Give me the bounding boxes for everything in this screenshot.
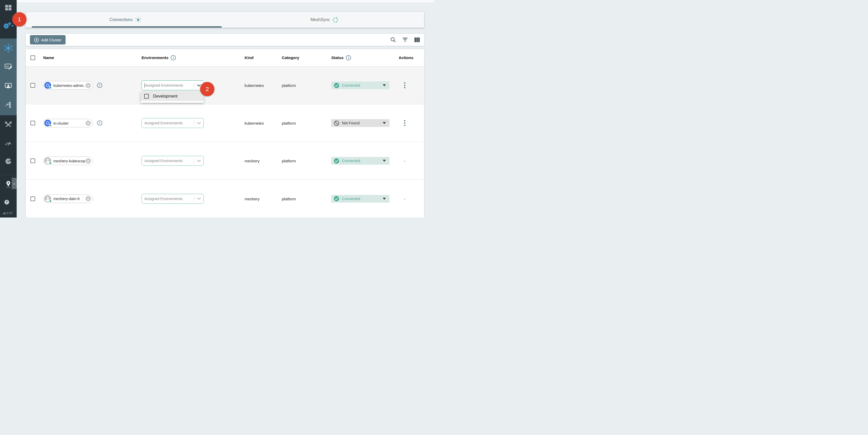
gear-icon: [3, 22, 14, 30]
check-circle-icon: [334, 196, 339, 201]
environments-select[interactable]: Assigned Environments: [142, 156, 204, 166]
connection-chip[interactable]: meshery-dain-6 ×: [43, 194, 93, 203]
svg-text:<>: <>: [6, 65, 9, 68]
filter-icon[interactable]: [402, 37, 408, 42]
row-checkbox[interactable]: [30, 121, 35, 125]
sidebar-item-workloads[interactable]: [0, 101, 17, 109]
status-label: Connected: [342, 197, 383, 201]
col-kind[interactable]: Kind: [245, 55, 253, 60]
sidebar-item-extensions[interactable]: [0, 157, 17, 165]
tab-meshsync-label: MeshSync: [310, 18, 330, 22]
option-label: Development: [153, 94, 178, 99]
kind-cell: kubernetes: [245, 121, 264, 125]
row-checkbox[interactable]: [30, 83, 35, 88]
dashboard-icon[interactable]: [0, 5, 17, 11]
environment-option-development[interactable]: Development: [141, 92, 204, 101]
tab-meshsync[interactable]: MeshSync: [225, 12, 424, 28]
environments-select[interactable]: Assigned Environments: [142, 81, 204, 90]
tab-connections-label: Connections: [110, 18, 133, 22]
connection-name: meshery-kubescop…: [51, 159, 86, 163]
actions-menu-icon[interactable]: [401, 82, 408, 90]
sidebar-item-toolbox[interactable]: [0, 121, 17, 128]
workloads-tree-icon: [4, 101, 12, 109]
connection-info-icon[interactable]: i: [97, 120, 102, 126]
select-all-checkbox[interactable]: [30, 55, 35, 60]
col-status[interactable]: Status i: [331, 55, 351, 60]
sidebar-divider: [0, 175, 17, 175]
main-content: Connections MeshSync: [17, 0, 434, 218]
tab-bar: Connections MeshSync: [26, 12, 424, 28]
environments-select[interactable]: Assigned Environments: [142, 194, 204, 204]
sidebar-item-performance[interactable]: [0, 140, 17, 146]
step-badge-1: 1: [12, 12, 27, 27]
status-chip-connected[interactable]: Connected: [331, 82, 390, 89]
actions-empty: -: [401, 159, 408, 163]
connections-hub-icon: [4, 44, 13, 53]
option-checkbox[interactable]: [144, 94, 149, 99]
table-row-kubernetes-admin: kubernetes-admin… × i Assigned Environme…: [26, 67, 424, 104]
remove-connection-icon[interactable]: ×: [86, 158, 91, 163]
check-circle-icon: [334, 83, 339, 88]
table-toolbar: Add Cluster: [26, 34, 424, 46]
meshery-connections-page: <>: [0, 0, 434, 218]
col-environments[interactable]: Environments i: [142, 55, 176, 60]
caret-down-icon: [383, 198, 386, 200]
row-checkbox[interactable]: [30, 158, 35, 163]
chevron-down-icon[interactable]: [194, 122, 204, 124]
actions-menu-icon[interactable]: [401, 119, 408, 127]
remove-connection-icon[interactable]: ×: [86, 196, 91, 201]
plus-circle-icon: [34, 37, 39, 42]
sidebar-item-designs[interactable]: [0, 82, 17, 90]
adapters-icon: <>: [4, 63, 12, 70]
row-checkbox[interactable]: [30, 196, 35, 201]
kind-cell: meshery: [245, 159, 260, 163]
environments-info-icon[interactable]: i: [171, 55, 176, 60]
sidebar: <>: [0, 0, 17, 218]
chevron-down-icon[interactable]: [194, 160, 204, 162]
category-cell: platform: [282, 159, 296, 163]
map-pin-icon: [4, 180, 12, 188]
screen-person-icon: [4, 82, 12, 90]
connection-chip[interactable]: kubernetes-admin… ×: [43, 81, 93, 90]
connection-info-icon[interactable]: i: [97, 83, 102, 88]
app-version: v0.7.77: [0, 212, 15, 215]
environments-placeholder: Assigned Environments: [145, 197, 194, 201]
avatar-icon: [44, 195, 51, 202]
add-cluster-button[interactable]: Add Cluster: [30, 35, 66, 44]
status-chip-notfound[interactable]: Not Found: [331, 119, 390, 127]
col-name[interactable]: Name: [43, 55, 54, 60]
sidebar-item-connections[interactable]: [0, 44, 17, 53]
status-info-icon[interactable]: i: [346, 55, 351, 60]
chevron-right-icon: ›: [13, 181, 15, 186]
tab-connections[interactable]: Connections: [26, 12, 225, 28]
environments-placeholder: Assigned Environments: [145, 121, 194, 125]
table-row-in-cluster: in-cluster × i Assigned Environments kub…: [26, 104, 424, 142]
connection-name: in-cluster: [51, 121, 86, 125]
slash-circle-icon: [334, 120, 339, 126]
sidebar-item-adapters[interactable]: <>: [0, 63, 17, 70]
check-circle-icon: [334, 158, 339, 164]
status-chip-connected[interactable]: Connected: [331, 157, 390, 165]
caret-down-icon: [383, 160, 386, 162]
col-category[interactable]: Category: [282, 55, 299, 60]
help-icon[interactable]: ?: [4, 200, 9, 205]
expand-sidebar-button[interactable]: ›: [12, 178, 17, 189]
environments-select[interactable]: Assigned Environments: [142, 118, 204, 128]
remove-connection-icon[interactable]: ×: [86, 120, 91, 126]
caret-down-icon: [383, 122, 386, 124]
environments-dropdown: Development: [141, 92, 204, 103]
col-actions: Actions: [399, 55, 413, 60]
status-chip-connected[interactable]: Connected: [331, 195, 390, 203]
table-header: Name Environments i Kind Category Status…: [26, 49, 424, 67]
chevron-down-icon[interactable]: [194, 197, 204, 200]
view-columns-icon[interactable]: [414, 37, 420, 42]
connection-chip[interactable]: in-cluster ×: [43, 119, 93, 127]
connection-name: meshery-dain-6: [51, 197, 86, 201]
crossed-wrenches-icon: [4, 121, 12, 128]
extensions-pie-icon: [4, 157, 12, 165]
connections-table: Name Environments i Kind Category Status…: [26, 49, 424, 218]
connection-chip[interactable]: meshery-kubescop… ×: [43, 157, 93, 165]
remove-connection-icon[interactable]: ×: [86, 83, 91, 88]
add-cluster-label: Add Cluster: [41, 38, 61, 42]
search-icon[interactable]: [390, 37, 396, 43]
